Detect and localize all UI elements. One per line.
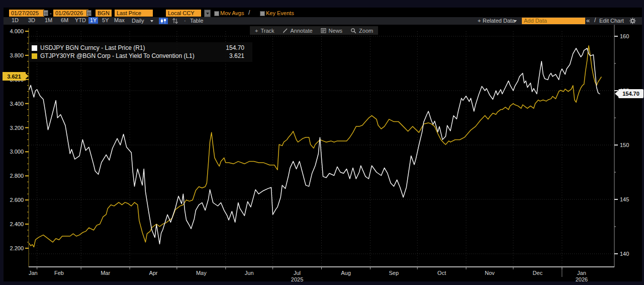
toolbar-separator-dot: · bbox=[184, 17, 186, 25]
plus-icon: + bbox=[255, 28, 258, 34]
related-data-button[interactable]: Related Data bbox=[483, 17, 515, 25]
frequency-dropdown-icon[interactable] bbox=[150, 20, 153, 22]
series-line-gtjpy30yr bbox=[29, 46, 601, 247]
date-start-field[interactable]: 01/27/2025 bbox=[9, 10, 44, 17]
svg-text:2.800: 2.800 bbox=[10, 173, 24, 179]
svg-text:2026: 2026 bbox=[576, 276, 588, 282]
axes: 4.0003.8003.6003.4003.2003.0002.8002.600… bbox=[10, 24, 629, 282]
related-data-plus-icon: + bbox=[478, 17, 481, 25]
key-events-checkbox[interactable] bbox=[260, 11, 265, 16]
svg-text:Nov: Nov bbox=[485, 270, 495, 276]
series bbox=[29, 46, 601, 247]
svg-text:Apr: Apr bbox=[149, 270, 157, 276]
legend-last-value: 3.621 bbox=[229, 52, 249, 59]
legend-last-value: 154.70 bbox=[226, 44, 249, 51]
date-end-field[interactable]: 01/26/2026 bbox=[53, 10, 88, 17]
svg-text:3.200: 3.200 bbox=[10, 125, 24, 131]
mov-avgs-label[interactable]: Mov Avgs bbox=[220, 10, 244, 17]
add-data-input[interactable]: Add Data bbox=[522, 18, 585, 24]
chart-tools-bar: + Track Annotate News Zoom bbox=[250, 26, 378, 35]
svg-text:Feb: Feb bbox=[54, 270, 64, 276]
svg-text:Aug: Aug bbox=[341, 270, 351, 276]
legend-swatch bbox=[32, 45, 37, 51]
svg-text:145: 145 bbox=[620, 196, 629, 202]
range-button-max[interactable]: Max bbox=[113, 17, 126, 24]
svg-text:May: May bbox=[196, 270, 207, 276]
mov-avgs-checkbox[interactable] bbox=[214, 11, 219, 16]
left-axis-last-value-tag: 3.621 bbox=[3, 72, 26, 81]
magnifier-icon bbox=[350, 28, 356, 34]
calendar-icon[interactable] bbox=[43, 10, 48, 16]
svg-text:160: 160 bbox=[620, 33, 629, 39]
related-data-dropdown-icon[interactable] bbox=[514, 20, 517, 22]
svg-text:3.000: 3.000 bbox=[10, 149, 24, 155]
svg-text:3.400: 3.400 bbox=[10, 101, 24, 107]
edit-pencil-icon[interactable]: / bbox=[594, 17, 596, 24]
price-field-selector[interactable]: Last Price bbox=[115, 10, 153, 17]
svg-text:Jul: Jul bbox=[294, 270, 301, 276]
svg-text:Jun: Jun bbox=[245, 270, 254, 276]
svg-text:2.600: 2.600 bbox=[10, 197, 24, 203]
pricing-source-button[interactable]: BGN bbox=[96, 10, 112, 17]
news-button[interactable]: News bbox=[321, 28, 343, 34]
currency-mode-selector[interactable]: Local CCY bbox=[166, 10, 201, 17]
calendar-icon[interactable] bbox=[86, 10, 91, 16]
frequency-selector[interactable]: Daily bbox=[132, 17, 144, 25]
right-axis-last-value-tag: 154.70 bbox=[618, 89, 643, 98]
svg-text:2.400: 2.400 bbox=[10, 221, 24, 227]
svg-text:Jan: Jan bbox=[577, 270, 586, 276]
range-button-1m[interactable]: 1M bbox=[43, 17, 54, 24]
currency-dropdown-icon[interactable] bbox=[204, 10, 211, 17]
chart-legend: USDJPY BGN Curncy - Last Price (R1)154.7… bbox=[29, 42, 252, 62]
mov-avgs-line-style-icon[interactable]: / bbox=[248, 9, 250, 17]
svg-text:4.000: 4.000 bbox=[10, 28, 24, 34]
svg-text:Dec: Dec bbox=[533, 270, 543, 276]
svg-text:150: 150 bbox=[620, 142, 629, 148]
range-button-ytd[interactable]: YTD bbox=[73, 17, 87, 24]
collapse-panel-button[interactable]: « bbox=[586, 17, 590, 24]
key-events-label[interactable]: Key Events bbox=[266, 10, 294, 17]
range-button-5y[interactable]: 5Y bbox=[101, 17, 110, 24]
edit-chart-button[interactable]: Edit Chart bbox=[599, 17, 624, 25]
settings-gear-icon[interactable] bbox=[629, 18, 636, 24]
svg-text:Oct: Oct bbox=[437, 270, 446, 276]
candlestick-chart-style-icon[interactable] bbox=[159, 18, 168, 24]
svg-text:Sep: Sep bbox=[389, 270, 399, 276]
range-button-6m[interactable]: 6M bbox=[59, 17, 70, 24]
svg-text:Jan: Jan bbox=[29, 270, 38, 276]
pencil-icon bbox=[283, 28, 288, 33]
range-button-1y[interactable]: 1Y bbox=[88, 17, 98, 24]
svg-text:3.800: 3.800 bbox=[10, 52, 24, 58]
zoom-button[interactable]: Zoom bbox=[350, 28, 373, 34]
svg-text:Mar: Mar bbox=[101, 270, 110, 276]
svg-text:2025: 2025 bbox=[291, 276, 303, 282]
range-button-1d[interactable]: 1D bbox=[10, 17, 20, 24]
legend-item-1[interactable]: GTJPY30YR @BGN Corp - Last Yield To Conv… bbox=[32, 52, 249, 60]
legend-item-0[interactable]: USDJPY BGN Curncy - Last Price (R1)154.7… bbox=[32, 44, 249, 52]
legend-label: USDJPY BGN Curncy - Last Price (R1) bbox=[40, 44, 145, 51]
date-range-separator: - bbox=[50, 10, 52, 17]
compare-arrows-icon[interactable] bbox=[172, 18, 178, 24]
range-button-3d[interactable]: 3D bbox=[27, 17, 37, 24]
legend-swatch bbox=[32, 53, 37, 59]
svg-text:140: 140 bbox=[620, 251, 629, 257]
svg-text:2.200: 2.200 bbox=[10, 245, 24, 251]
gridlines bbox=[29, 31, 614, 267]
annotate-button[interactable]: Annotate bbox=[283, 28, 313, 34]
table-button[interactable]: Table bbox=[190, 17, 203, 25]
track-button[interactable]: + Track bbox=[255, 28, 274, 34]
news-icon bbox=[321, 28, 326, 33]
legend-label: GTJPY30YR @BGN Corp - Last Yield To Conv… bbox=[40, 52, 195, 59]
